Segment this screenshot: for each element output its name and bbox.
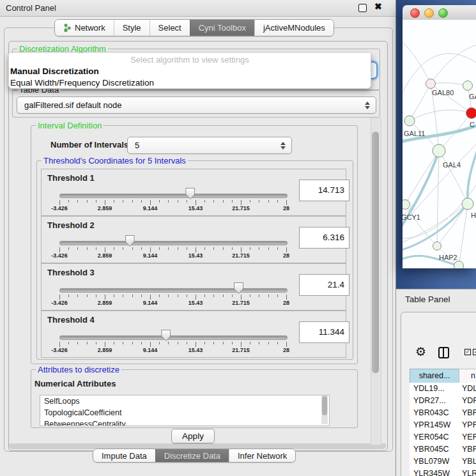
major-tick bbox=[59, 295, 60, 300]
attribute-item-topologicalcoefficient[interactable]: TopologicalCoefficient bbox=[40, 407, 329, 418]
slider-track[interactable] bbox=[59, 241, 288, 245]
deselect-all-icon[interactable]: ✓ bbox=[473, 349, 476, 355]
table-row[interactable]: YBL079WYBL0 bbox=[410, 456, 476, 468]
tab-network[interactable]: Network bbox=[55, 20, 114, 36]
threshold-value-field[interactable]: 21.4 bbox=[299, 274, 349, 296]
slider-track[interactable] bbox=[59, 194, 288, 198]
tab-cyni-toolbox[interactable]: Cyni Toolbox bbox=[190, 20, 254, 36]
cell-shared-name[interactable]: YBL079W bbox=[413, 456, 449, 468]
threshold-value-field[interactable]: 14.713 bbox=[299, 180, 349, 201]
node-label: GA bbox=[469, 93, 476, 100]
node-label: H bbox=[471, 211, 476, 219]
panel-scrollbar-thumb[interactable] bbox=[372, 132, 379, 373]
network-node-c[interactable] bbox=[466, 108, 476, 119]
table-row[interactable]: YER054CYER0 bbox=[410, 431, 476, 443]
close-icon[interactable]: ✖ bbox=[374, 1, 382, 12]
slider-track[interactable] bbox=[59, 335, 288, 340]
threshold-slider[interactable]: -3.4262.8599.14415.4321.71528 bbox=[59, 169, 286, 215]
split-columns-icon[interactable] bbox=[438, 347, 449, 358]
network-view-canvas[interactable]: GAL80GACGAL11GAL4GCY1HHAP2 bbox=[403, 20, 476, 268]
network-edge[interactable] bbox=[410, 84, 431, 121]
network-node-h[interactable] bbox=[462, 198, 473, 210]
tab-label: Discretize Data bbox=[164, 451, 220, 461]
slider-track[interactable] bbox=[59, 288, 288, 293]
threshold-value-field[interactable]: 11.344 bbox=[299, 321, 349, 343]
cell-name[interactable]: YBR0 bbox=[462, 443, 476, 456]
network-node[interactable] bbox=[454, 261, 464, 269]
select-all-icon[interactable]: ✓ bbox=[464, 349, 471, 355]
gear-icon[interactable]: ⚙ bbox=[415, 344, 426, 359]
minor-tick bbox=[77, 200, 78, 203]
minor-tick bbox=[213, 295, 214, 297]
network-edge[interactable] bbox=[439, 151, 468, 204]
attributes-scrollbar-thumb[interactable] bbox=[322, 396, 327, 415]
tab-jactivemnodules[interactable]: jActiveMNodules bbox=[254, 20, 334, 36]
network-edge[interactable] bbox=[405, 151, 439, 204]
cell-shared-name[interactable]: YDL19... bbox=[413, 383, 445, 395]
tab-discretize-data[interactable]: Discretize Data bbox=[155, 449, 229, 462]
network-node-gal4[interactable] bbox=[433, 144, 445, 157]
cell-name[interactable]: YER0 bbox=[462, 431, 476, 443]
table-row[interactable]: YBR045CYBR0 bbox=[410, 443, 476, 456]
tab-select[interactable]: Select bbox=[150, 20, 190, 36]
num-intervals-combobox[interactable]: 5 bbox=[127, 137, 292, 154]
tab-infer-network[interactable]: Infer Network bbox=[229, 449, 295, 462]
cell-name[interactable]: YBL0 bbox=[462, 456, 476, 468]
minor-tick bbox=[232, 200, 233, 203]
cell-name[interactable]: YBR0 bbox=[462, 407, 476, 419]
minimize-traffic-light-icon[interactable] bbox=[424, 8, 434, 18]
table-row[interactable]: YBR043CYBR0 bbox=[410, 407, 476, 419]
minor-tick bbox=[123, 342, 123, 344]
table-row[interactable]: YLR345WYLR3 bbox=[410, 468, 476, 476]
cell-shared-name[interactable]: YPR145W bbox=[413, 419, 450, 431]
column-header-shared-name[interactable]: shared... bbox=[410, 369, 459, 383]
cell-shared-name[interactable]: YBR043C bbox=[413, 407, 449, 419]
threshold-slider[interactable]: -3.4262.8599.14415.4321.71528 bbox=[59, 264, 286, 310]
network-node-ga[interactable] bbox=[463, 81, 473, 91]
network-edge[interactable] bbox=[431, 44, 476, 84]
float-window-icon[interactable] bbox=[358, 4, 367, 12]
threshold-slider[interactable]: -3.4262.8599.14415.4321.71528 bbox=[59, 217, 286, 263]
table-data-combobox[interactable]: galFiltered.sif default node bbox=[17, 96, 376, 114]
cell-name[interactable]: YDR2 bbox=[462, 395, 476, 407]
cell-name[interactable]: YDL1 bbox=[462, 383, 476, 395]
cell-name[interactable]: YLR3 bbox=[462, 468, 476, 476]
apply-button[interactable]: Apply bbox=[171, 429, 215, 443]
cell-shared-name[interactable]: YBR045C bbox=[413, 443, 449, 456]
network-node-gal11[interactable] bbox=[404, 116, 415, 126]
cell-shared-name[interactable]: YER054C bbox=[413, 431, 449, 443]
cell-shared-name[interactable]: YDR27... bbox=[413, 395, 446, 407]
cell-shared-name[interactable]: YLR345W bbox=[413, 468, 450, 476]
table-row[interactable]: YDL19...YDL1 bbox=[410, 383, 476, 395]
threshold-slider[interactable]: -3.4262.8599.14415.4321.71528 bbox=[59, 311, 286, 357]
column-header-name[interactable]: n bbox=[459, 369, 476, 383]
network-window-titlebar[interactable] bbox=[403, 5, 476, 20]
dropdown-option-manual-discretization[interactable]: Manual Discretization bbox=[9, 66, 371, 77]
dropdown-option-equal-width-frequency-discretization[interactable]: Equal Width/Frequency Discretization bbox=[9, 77, 371, 89]
tab-impute-data[interactable]: Impute Data bbox=[93, 449, 155, 462]
network-node-hap2[interactable] bbox=[433, 242, 441, 250]
threshold-value-field[interactable]: 6.316 bbox=[299, 227, 349, 249]
network-node-gcy1[interactable] bbox=[403, 200, 410, 210]
attribute-item-betweennesscentrality[interactable]: BetweennessCentrality bbox=[40, 418, 329, 426]
table-row[interactable]: YDR27...YDR2 bbox=[410, 395, 476, 407]
network-edge[interactable] bbox=[431, 83, 468, 86]
close-traffic-light-icon[interactable] bbox=[410, 8, 420, 18]
network-edge[interactable] bbox=[403, 38, 431, 84]
minor-tick bbox=[250, 247, 250, 250]
major-tick bbox=[286, 247, 287, 252]
tick-label: 28 bbox=[283, 252, 289, 259]
minor-tick bbox=[259, 342, 259, 344]
zoom-traffic-light-icon[interactable] bbox=[438, 8, 448, 18]
table-row[interactable]: YPR145WYPR1 bbox=[410, 419, 476, 431]
network-node-gal80[interactable] bbox=[426, 79, 436, 89]
numerical-attributes-list[interactable]: SelfLoopsTopologicalCoefficientBetweenne… bbox=[40, 395, 330, 426]
attribute-item-selfloops[interactable]: SelfLoops bbox=[40, 395, 329, 407]
cell-name[interactable]: YPR1 bbox=[462, 419, 476, 431]
tab-label: Style bbox=[123, 23, 141, 33]
major-tick bbox=[150, 342, 151, 347]
tab-style[interactable]: Style bbox=[114, 20, 150, 36]
minor-tick bbox=[178, 342, 178, 344]
network-edge[interactable] bbox=[410, 110, 472, 121]
minor-tick bbox=[277, 342, 278, 344]
